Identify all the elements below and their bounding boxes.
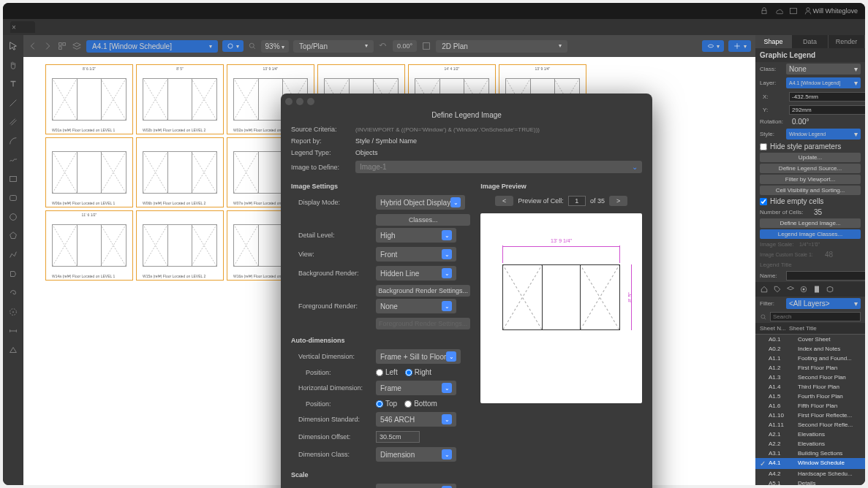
dim-class-dropdown[interactable]: Dimension⌄ [376, 447, 456, 462]
fg-render-dropdown[interactable]: None⌄ [376, 299, 456, 313]
sheet-row[interactable]: A1.3Second Floor Plan [755, 373, 865, 382]
rectangle-tool-icon[interactable] [7, 172, 20, 186]
polygon-tool-icon[interactable] [7, 229, 20, 243]
legend-cell[interactable]: W06b (ref#) Floor Located on LEVEL 2 [136, 137, 224, 207]
zoom-level[interactable]: 93% ▾ [261, 40, 290, 53]
forward-icon[interactable] [42, 41, 53, 51]
tab-shape[interactable]: Shape [755, 35, 792, 48]
sheet-row[interactable]: A2.2Elevations [755, 439, 865, 449]
cell-number-input[interactable] [568, 196, 586, 206]
window-zoom[interactable] [307, 98, 314, 105]
target-icon[interactable] [799, 285, 808, 294]
sheet-row[interactable]: A0.1Cover Sheet [755, 335, 865, 344]
layers-nav-icon[interactable] [786, 285, 795, 294]
circle-tool-icon[interactable] [7, 210, 20, 224]
sheet-row[interactable]: ✓A4.1Window Schedule [755, 458, 865, 469]
spiral-tool-icon[interactable] [7, 286, 20, 300]
sheet-row[interactable]: A5.1Details [755, 479, 865, 485]
sheet-row[interactable]: A1.6Fifth Floor Plan [755, 401, 865, 411]
pan-tool-icon[interactable] [7, 58, 20, 72]
sheet-row[interactable]: A1.5Fourth Floor Plan [755, 392, 865, 401]
sheet-row[interactable]: A1.2First Floor Plan [755, 363, 865, 373]
arc-tool-icon[interactable] [7, 134, 20, 148]
scale-dropdown[interactable]: 1/4"=1'0"⌄ [376, 484, 456, 488]
dimension-tool-icon[interactable] [7, 324, 20, 338]
sheet-layer-dropdown[interactable]: A4.1 [Window Schedule]▾ [86, 40, 218, 53]
back-icon[interactable] [28, 41, 38, 51]
rounded-rect-tool-icon[interactable] [7, 191, 20, 205]
name-input[interactable] [786, 271, 865, 281]
filter-dropdown[interactable]: <All Layers>▾ [786, 298, 861, 309]
image-classes-button[interactable]: Legend Image Classes... [760, 229, 861, 239]
tag-icon[interactable] [773, 285, 782, 294]
cube-icon[interactable] [826, 285, 834, 294]
plan-icon[interactable] [421, 41, 431, 51]
sheet-row[interactable]: A1.11Second Floor Refle... [755, 420, 865, 430]
sheet-row[interactable]: A1.4Third Floor Plan [755, 382, 865, 392]
style-dropdown[interactable]: Window Legend▾ [786, 129, 861, 140]
home-icon[interactable] [760, 285, 769, 294]
double-line-tool-icon[interactable] [7, 115, 20, 129]
dim-offset-input[interactable] [376, 431, 420, 443]
text-tool-icon[interactable] [7, 77, 20, 91]
left-radio[interactable] [376, 369, 383, 376]
display-mode-dropdown[interactable]: Hybrid Object Display⌄ [376, 195, 465, 210]
rotation-angle[interactable]: 0.00° [393, 40, 417, 52]
define-image-button[interactable]: Define Legend Image... [760, 218, 861, 228]
tab-data[interactable]: Data [792, 35, 829, 48]
more-tools-icon[interactable] [7, 343, 20, 357]
sheet-row[interactable]: A2.1Elevations [755, 430, 865, 439]
legend-cell[interactable]: 11' 6 1/2"W14a (ref#) Floor Located on L… [45, 210, 133, 281]
detail-level-dropdown[interactable]: High⌄ [376, 228, 456, 243]
views-icon[interactable] [57, 41, 67, 51]
x-input[interactable] [789, 92, 865, 102]
sheet-icon[interactable] [812, 285, 821, 294]
render-mode-1[interactable]: ▾ [702, 40, 725, 52]
right-radio[interactable] [405, 369, 412, 376]
window-close[interactable] [285, 98, 293, 105]
image-to-define-dropdown[interactable]: Image-1⌄ [355, 161, 642, 173]
classes-button[interactable]: Classes... [376, 214, 470, 226]
sheet-row[interactable]: A3.1Building Sections [755, 449, 865, 458]
render-mode-2[interactable]: ▾ [728, 40, 751, 52]
next-cell-button[interactable]: > [609, 196, 627, 206]
y-input[interactable] [789, 105, 865, 115]
bottom-radio[interactable] [404, 400, 412, 408]
legend-cell[interactable]: 8' 6 1/2"W01a (ref#) Floor Located on LE… [45, 64, 133, 134]
legend-cell[interactable]: W06a (ref#) Floor Located on LEVEL 1 [45, 137, 133, 207]
search-input[interactable] [770, 312, 861, 321]
layer-dropdown[interactable]: A4.1 [Window Legend]▾ [786, 77, 861, 88]
locus-tool-icon[interactable] [7, 305, 20, 319]
class-dropdown[interactable]: None▾ [786, 64, 861, 75]
line-tool-icon[interactable] [7, 96, 20, 110]
filter-viewport-button[interactable]: Filter by Viewport... [760, 175, 861, 184]
hide-style-checkbox[interactable] [760, 143, 767, 150]
bg-render-dropdown[interactable]: Hidden Line⌄ [376, 266, 456, 281]
define-source-button[interactable]: Define Legend Source... [760, 164, 861, 173]
prev-cell-button[interactable]: < [495, 196, 513, 206]
window-minimize[interactable] [296, 98, 303, 105]
sheet-row[interactable]: A1.1Footing and Found... [755, 354, 865, 363]
freehand-tool-icon[interactable] [7, 153, 20, 167]
hide-empty-checkbox[interactable] [760, 198, 767, 205]
zoom-icon[interactable] [248, 42, 257, 50]
shape-tool-icon[interactable] [7, 267, 20, 281]
layers-icon[interactable] [72, 41, 82, 51]
legend-cell[interactable]: 8' 5"W02b (ref#) Floor Located on LEVEL … [136, 64, 224, 134]
document-tab[interactable]: × [10, 21, 35, 33]
hdim-dropdown[interactable]: Frame⌄ [376, 381, 456, 395]
legend-cell[interactable]: W15a (ref#) Floor Located on LEVEL 2 [136, 210, 224, 281]
polyline-tool-icon[interactable] [7, 248, 20, 262]
class-visibility-dropdown[interactable]: ▾ [222, 40, 244, 52]
selection-tool-icon[interactable] [7, 39, 20, 53]
sheet-row[interactable]: A4.2Hardscape Schedu... [755, 469, 865, 479]
view-dropdown[interactable]: Front⌄ [376, 247, 456, 262]
sheet-row[interactable]: A1.10First Floor Reflecte... [755, 411, 865, 420]
tab-render[interactable]: Render [829, 35, 865, 48]
projection-dropdown[interactable]: 2D Plan▾ [436, 40, 567, 53]
bg-settings-button[interactable]: Background Render Settings... [376, 285, 470, 297]
top-radio[interactable] [376, 400, 383, 408]
update-button[interactable]: Update... [760, 153, 861, 162]
rotate-icon[interactable] [378, 41, 388, 51]
vdim-dropdown[interactable]: Frame + Sill to Floor⌄ [376, 349, 461, 364]
